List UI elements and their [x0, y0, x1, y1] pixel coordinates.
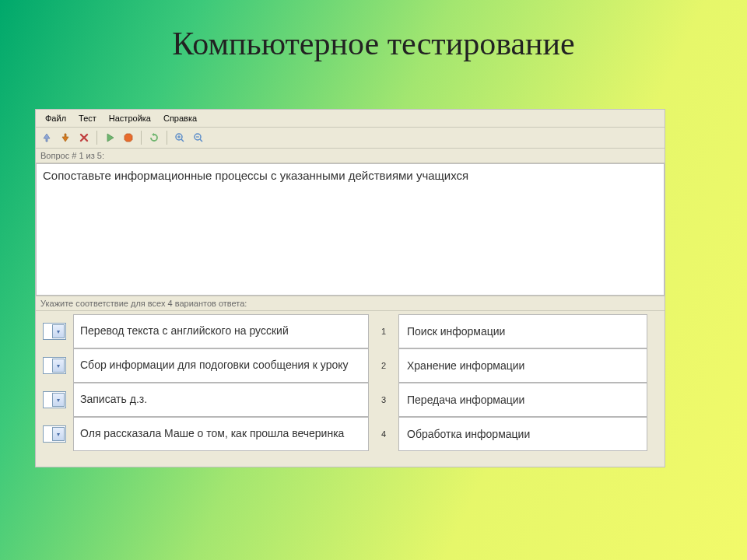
svg-line-6	[200, 139, 202, 142]
question-text: Сопоставьте информационные процессы с ук…	[43, 169, 468, 182]
chevron-down-icon: ▾	[52, 324, 65, 338]
match-dropdown-3[interactable]: ▾	[43, 391, 66, 408]
x-cancel-icon[interactable]	[76, 130, 92, 145]
play-icon[interactable]	[102, 130, 117, 145]
match-left-3: Записать д.з.	[73, 383, 369, 417]
question-text-area: Сопоставьте информационные процессы с ук…	[36, 163, 665, 296]
match-right-4: Обработка информации	[398, 417, 647, 451]
match-row: ▾ Перевод текста с английского на русски…	[36, 314, 665, 348]
chevron-down-icon: ▾	[52, 393, 65, 407]
instruction-strip: Укажите соответствие для всех 4 варианто…	[36, 296, 665, 311]
match-right-1: Поиск информации	[398, 314, 647, 348]
match-area: ▾ Перевод текста с английского на русски…	[36, 311, 665, 457]
match-left-1: Перевод текста с английского на русский	[73, 314, 369, 348]
match-left-2: Сбор информации для подоговки сообщения …	[73, 348, 369, 383]
menubar: Файл Тест Настройка Справка	[36, 110, 665, 128]
match-left-4: Оля рассказала Маше о том, как прошла ве…	[73, 417, 369, 451]
menu-help[interactable]: Справка	[157, 111, 203, 125]
menu-settings[interactable]: Настройка	[103, 111, 157, 125]
match-num-3: 3	[369, 383, 398, 417]
match-row: ▾ Оля рассказала Маше о том, как прошла …	[36, 417, 665, 451]
question-counter-strip: Вопрос # 1 из 5:	[36, 149, 665, 163]
match-dropdown-4[interactable]: ▾	[43, 425, 66, 443]
chevron-down-icon: ▾	[52, 359, 65, 373]
zoom-out-icon[interactable]	[191, 130, 206, 145]
svg-marker-0	[124, 134, 132, 142]
match-right-2: Хранение информации	[398, 348, 647, 383]
menu-test[interactable]: Тест	[72, 111, 103, 125]
toolbar-separator	[141, 131, 142, 145]
match-dropdown-1[interactable]: ▾	[43, 323, 66, 340]
arrow-down-icon[interactable]	[58, 130, 73, 145]
toolbar-separator	[167, 131, 167, 145]
match-num-4: 4	[369, 417, 398, 451]
bottom-strip	[36, 457, 665, 467]
stop-hex-icon[interactable]	[121, 130, 136, 145]
toolbar-separator	[96, 131, 97, 145]
refresh-icon[interactable]	[146, 130, 162, 145]
match-right-3: Передача информации	[398, 383, 647, 417]
toolbar	[36, 128, 665, 149]
svg-line-2	[181, 139, 184, 142]
app-window: Файл Тест Настройка Справка	[35, 109, 665, 467]
match-row: ▾ Сбор информации для подоговки сообщени…	[36, 348, 665, 383]
match-num-1: 1	[369, 314, 398, 348]
match-num-2: 2	[369, 348, 398, 383]
arrow-up-icon[interactable]	[39, 130, 54, 145]
slide-title: Компьютерное тестирование	[0, 0, 747, 81]
menu-file[interactable]: Файл	[39, 111, 72, 125]
zoom-in-icon[interactable]	[172, 130, 188, 145]
chevron-down-icon: ▾	[52, 427, 65, 441]
match-dropdown-2[interactable]: ▾	[43, 357, 66, 374]
match-row: ▾ Записать д.з. 3 Передача информации	[36, 383, 665, 417]
